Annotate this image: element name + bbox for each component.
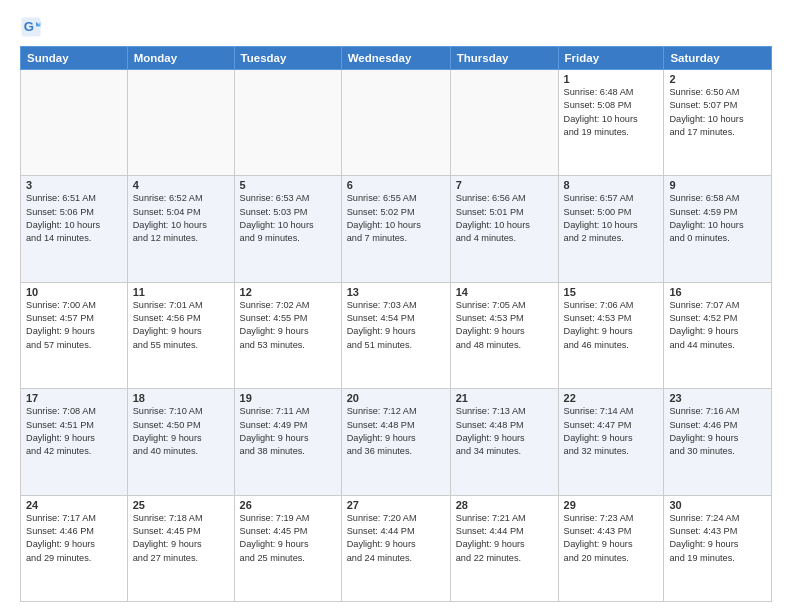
- calendar-cell: 16Sunrise: 7:07 AM Sunset: 4:52 PM Dayli…: [664, 282, 772, 388]
- day-info: Sunrise: 6:51 AM Sunset: 5:06 PM Dayligh…: [26, 192, 122, 245]
- day-number: 23: [669, 392, 766, 404]
- week-row-3: 10Sunrise: 7:00 AM Sunset: 4:57 PM Dayli…: [21, 282, 772, 388]
- day-info: Sunrise: 6:48 AM Sunset: 5:08 PM Dayligh…: [564, 86, 659, 139]
- calendar-cell: 19Sunrise: 7:11 AM Sunset: 4:49 PM Dayli…: [234, 389, 341, 495]
- day-number: 12: [240, 286, 336, 298]
- calendar-cell: 28Sunrise: 7:21 AM Sunset: 4:44 PM Dayli…: [450, 495, 558, 601]
- day-info: Sunrise: 7:00 AM Sunset: 4:57 PM Dayligh…: [26, 299, 122, 352]
- logo-icon: G: [20, 16, 42, 38]
- page: G SundayMondayTuesdayWednesdayThursdayFr…: [0, 0, 792, 612]
- calendar-cell: 6Sunrise: 6:55 AM Sunset: 5:02 PM Daylig…: [341, 176, 450, 282]
- calendar-cell: [234, 70, 341, 176]
- calendar-cell: 11Sunrise: 7:01 AM Sunset: 4:56 PM Dayli…: [127, 282, 234, 388]
- calendar-cell: 22Sunrise: 7:14 AM Sunset: 4:47 PM Dayli…: [558, 389, 664, 495]
- day-number: 17: [26, 392, 122, 404]
- weekday-header-row: SundayMondayTuesdayWednesdayThursdayFrid…: [21, 47, 772, 70]
- day-info: Sunrise: 7:02 AM Sunset: 4:55 PM Dayligh…: [240, 299, 336, 352]
- week-row-1: 1Sunrise: 6:48 AM Sunset: 5:08 PM Daylig…: [21, 70, 772, 176]
- day-number: 4: [133, 179, 229, 191]
- calendar-cell: 29Sunrise: 7:23 AM Sunset: 4:43 PM Dayli…: [558, 495, 664, 601]
- day-number: 11: [133, 286, 229, 298]
- day-number: 6: [347, 179, 445, 191]
- day-info: Sunrise: 7:13 AM Sunset: 4:48 PM Dayligh…: [456, 405, 553, 458]
- day-number: 27: [347, 499, 445, 511]
- calendar-cell: 30Sunrise: 7:24 AM Sunset: 4:43 PM Dayli…: [664, 495, 772, 601]
- day-number: 8: [564, 179, 659, 191]
- day-info: Sunrise: 7:05 AM Sunset: 4:53 PM Dayligh…: [456, 299, 553, 352]
- day-info: Sunrise: 6:52 AM Sunset: 5:04 PM Dayligh…: [133, 192, 229, 245]
- svg-text:G: G: [24, 19, 34, 34]
- calendar-cell: 25Sunrise: 7:18 AM Sunset: 4:45 PM Dayli…: [127, 495, 234, 601]
- day-info: Sunrise: 6:53 AM Sunset: 5:03 PM Dayligh…: [240, 192, 336, 245]
- calendar-cell: 18Sunrise: 7:10 AM Sunset: 4:50 PM Dayli…: [127, 389, 234, 495]
- day-number: 3: [26, 179, 122, 191]
- day-info: Sunrise: 7:06 AM Sunset: 4:53 PM Dayligh…: [564, 299, 659, 352]
- weekday-monday: Monday: [127, 47, 234, 70]
- calendar-cell: 2Sunrise: 6:50 AM Sunset: 5:07 PM Daylig…: [664, 70, 772, 176]
- day-info: Sunrise: 7:11 AM Sunset: 4:49 PM Dayligh…: [240, 405, 336, 458]
- day-number: 28: [456, 499, 553, 511]
- weekday-thursday: Thursday: [450, 47, 558, 70]
- day-number: 30: [669, 499, 766, 511]
- weekday-tuesday: Tuesday: [234, 47, 341, 70]
- day-number: 21: [456, 392, 553, 404]
- week-row-4: 17Sunrise: 7:08 AM Sunset: 4:51 PM Dayli…: [21, 389, 772, 495]
- day-number: 14: [456, 286, 553, 298]
- day-number: 25: [133, 499, 229, 511]
- calendar-cell: 3Sunrise: 6:51 AM Sunset: 5:06 PM Daylig…: [21, 176, 128, 282]
- weekday-wednesday: Wednesday: [341, 47, 450, 70]
- calendar-cell: 20Sunrise: 7:12 AM Sunset: 4:48 PM Dayli…: [341, 389, 450, 495]
- weekday-sunday: Sunday: [21, 47, 128, 70]
- day-info: Sunrise: 7:10 AM Sunset: 4:50 PM Dayligh…: [133, 405, 229, 458]
- day-number: 5: [240, 179, 336, 191]
- calendar-cell: 10Sunrise: 7:00 AM Sunset: 4:57 PM Dayli…: [21, 282, 128, 388]
- day-info: Sunrise: 7:14 AM Sunset: 4:47 PM Dayligh…: [564, 405, 659, 458]
- calendar-cell: 5Sunrise: 6:53 AM Sunset: 5:03 PM Daylig…: [234, 176, 341, 282]
- calendar-cell: 24Sunrise: 7:17 AM Sunset: 4:46 PM Dayli…: [21, 495, 128, 601]
- calendar-cell: 8Sunrise: 6:57 AM Sunset: 5:00 PM Daylig…: [558, 176, 664, 282]
- calendar-cell: 7Sunrise: 6:56 AM Sunset: 5:01 PM Daylig…: [450, 176, 558, 282]
- calendar-cell: 26Sunrise: 7:19 AM Sunset: 4:45 PM Dayli…: [234, 495, 341, 601]
- day-info: Sunrise: 7:03 AM Sunset: 4:54 PM Dayligh…: [347, 299, 445, 352]
- calendar-cell: 13Sunrise: 7:03 AM Sunset: 4:54 PM Dayli…: [341, 282, 450, 388]
- day-info: Sunrise: 7:23 AM Sunset: 4:43 PM Dayligh…: [564, 512, 659, 565]
- day-number: 15: [564, 286, 659, 298]
- day-number: 29: [564, 499, 659, 511]
- day-info: Sunrise: 6:58 AM Sunset: 4:59 PM Dayligh…: [669, 192, 766, 245]
- calendar-cell: [341, 70, 450, 176]
- day-number: 13: [347, 286, 445, 298]
- week-row-5: 24Sunrise: 7:17 AM Sunset: 4:46 PM Dayli…: [21, 495, 772, 601]
- calendar-cell: 1Sunrise: 6:48 AM Sunset: 5:08 PM Daylig…: [558, 70, 664, 176]
- day-number: 1: [564, 73, 659, 85]
- day-info: Sunrise: 7:07 AM Sunset: 4:52 PM Dayligh…: [669, 299, 766, 352]
- day-number: 26: [240, 499, 336, 511]
- calendar-cell: 27Sunrise: 7:20 AM Sunset: 4:44 PM Dayli…: [341, 495, 450, 601]
- day-info: Sunrise: 6:50 AM Sunset: 5:07 PM Dayligh…: [669, 86, 766, 139]
- day-info: Sunrise: 7:21 AM Sunset: 4:44 PM Dayligh…: [456, 512, 553, 565]
- day-info: Sunrise: 7:17 AM Sunset: 4:46 PM Dayligh…: [26, 512, 122, 565]
- day-info: Sunrise: 7:18 AM Sunset: 4:45 PM Dayligh…: [133, 512, 229, 565]
- calendar-cell: 15Sunrise: 7:06 AM Sunset: 4:53 PM Dayli…: [558, 282, 664, 388]
- calendar-cell: 9Sunrise: 6:58 AM Sunset: 4:59 PM Daylig…: [664, 176, 772, 282]
- day-info: Sunrise: 7:20 AM Sunset: 4:44 PM Dayligh…: [347, 512, 445, 565]
- calendar-cell: 23Sunrise: 7:16 AM Sunset: 4:46 PM Dayli…: [664, 389, 772, 495]
- weekday-friday: Friday: [558, 47, 664, 70]
- calendar-cell: 12Sunrise: 7:02 AM Sunset: 4:55 PM Dayli…: [234, 282, 341, 388]
- calendar-cell: 21Sunrise: 7:13 AM Sunset: 4:48 PM Dayli…: [450, 389, 558, 495]
- logo: G: [20, 16, 46, 38]
- calendar-cell: [21, 70, 128, 176]
- calendar-cell: 17Sunrise: 7:08 AM Sunset: 4:51 PM Dayli…: [21, 389, 128, 495]
- day-info: Sunrise: 7:01 AM Sunset: 4:56 PM Dayligh…: [133, 299, 229, 352]
- day-number: 9: [669, 179, 766, 191]
- day-info: Sunrise: 7:24 AM Sunset: 4:43 PM Dayligh…: [669, 512, 766, 565]
- day-number: 7: [456, 179, 553, 191]
- day-number: 24: [26, 499, 122, 511]
- calendar-table: SundayMondayTuesdayWednesdayThursdayFrid…: [20, 46, 772, 602]
- calendar-cell: 4Sunrise: 6:52 AM Sunset: 5:04 PM Daylig…: [127, 176, 234, 282]
- day-number: 2: [669, 73, 766, 85]
- week-row-2: 3Sunrise: 6:51 AM Sunset: 5:06 PM Daylig…: [21, 176, 772, 282]
- calendar-cell: [450, 70, 558, 176]
- day-info: Sunrise: 7:16 AM Sunset: 4:46 PM Dayligh…: [669, 405, 766, 458]
- day-info: Sunrise: 6:57 AM Sunset: 5:00 PM Dayligh…: [564, 192, 659, 245]
- day-info: Sunrise: 6:55 AM Sunset: 5:02 PM Dayligh…: [347, 192, 445, 245]
